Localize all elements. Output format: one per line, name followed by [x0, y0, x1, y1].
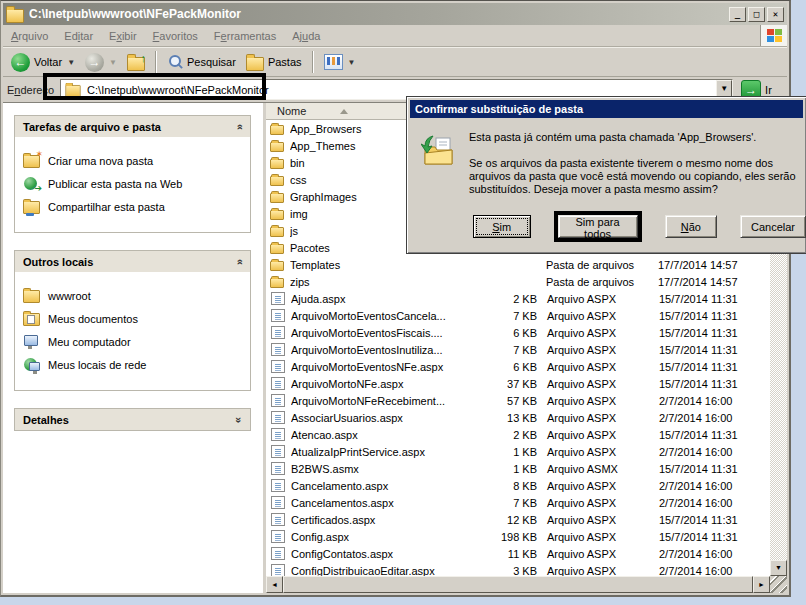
menu-item-editar[interactable]: Editar — [56, 28, 101, 44]
file-type: Arquivo ASPX — [547, 412, 659, 424]
resize-grip-icon[interactable] — [770, 576, 787, 593]
sidebar-item-meu-computador[interactable]: Meu computador — [23, 334, 244, 349]
file-type: Arquivo ASPX — [547, 395, 659, 407]
scroll-right-button[interactable]: ► — [753, 576, 770, 593]
menu-item-exibir[interactable]: Exibir — [101, 28, 145, 44]
file-row[interactable]: ArquivoMortoNFeRecebiment...57 KBArquivo… — [266, 392, 770, 409]
file-row[interactable]: AtualizaIpPrintService.aspx1 KBArquivo A… — [266, 443, 770, 460]
sort-ascending-icon — [340, 109, 348, 114]
folder-icon — [270, 159, 284, 169]
menu-item-ferramentas[interactable]: Ferramentas — [206, 28, 284, 44]
new-folder-icon — [23, 153, 40, 168]
file-row[interactable]: Cancelamento.aspx8 KBArquivo ASPX2/7/201… — [266, 477, 770, 494]
scroll-down-button[interactable]: ▼ — [770, 560, 787, 576]
dialog-button-sim[interactable]: Sim — [473, 215, 531, 238]
sidebar-item-criar-uma-nova-pasta[interactable]: Criar uma nova pasta — [23, 153, 244, 168]
search-icon — [167, 54, 183, 70]
aspx-file-icon — [271, 479, 285, 492]
folder-icon — [23, 288, 40, 303]
sidebar-item-compartilhar-esta-pasta[interactable]: Compartilhar esta pasta — [23, 199, 244, 214]
file-row[interactable]: zipsPasta de arquivos17/7/2014 14:57 — [266, 273, 770, 290]
views-dropdown-icon[interactable]: ▼ — [348, 58, 356, 67]
aspx-file-icon — [271, 462, 285, 475]
search-button[interactable]: Pesquisar — [163, 52, 240, 72]
dialog-line1: Esta pasta já contém uma pasta chamada '… — [469, 131, 803, 144]
file-row[interactable]: ArquivoMortoEventosNFe.aspx6 KBArquivo A… — [266, 358, 770, 375]
horizontal-scroll-thumb[interactable] — [283, 576, 753, 593]
window-titlebar[interactable]: C:\Inetpub\wwwroot\NFePackMonitor _ □ ✕ — [3, 3, 787, 25]
file-row[interactable]: Certificados.aspx12 KBArquivo ASPX15/7/2… — [266, 511, 770, 528]
dialog-button-sim-para-todos[interactable]: Sim para todos — [558, 215, 638, 238]
dialog-message: Esta pasta já contém uma pasta chamada '… — [469, 131, 803, 209]
file-row[interactable]: Ajuda.aspx2 KBArquivo ASPX15/7/2014 11:3… — [266, 290, 770, 307]
horizontal-scrollbar[interactable]: ◄ ► — [266, 576, 770, 593]
panel-header[interactable]: Outros locais » — [15, 251, 250, 272]
file-size: 3 KB — [487, 565, 537, 577]
share-folder-icon — [23, 199, 40, 214]
forward-dropdown-icon[interactable]: ▼ — [109, 58, 117, 67]
chevron-up-icon[interactable]: » — [233, 123, 245, 129]
file-row[interactable]: ArquivoMortoEventosCancela...7 KBArquivo… — [266, 307, 770, 324]
minimize-button[interactable]: _ — [729, 7, 746, 22]
back-dropdown-icon[interactable]: ▼ — [67, 58, 75, 67]
file-name: ArquivoMortoEventosFiscais.... — [291, 327, 487, 339]
sidebar-item-meus-documentos[interactable]: Meus documentos — [23, 311, 244, 326]
file-type: Arquivo ASPX — [547, 344, 659, 356]
file-row[interactable]: TemplatesPasta de arquivos17/7/2014 14:5… — [266, 256, 770, 273]
file-row[interactable]: Config.aspx198 KBArquivo ASPX15/7/2014 1… — [266, 528, 770, 545]
file-row[interactable]: ArquivoMortoNFe.aspx37 KBArquivo ASPX15/… — [266, 375, 770, 392]
file-name: ConfigContatos.aspx — [291, 548, 487, 560]
task-sidebar: Tarefas de arquivo e pasta » Criar uma n… — [3, 103, 266, 593]
dialog-titlebar[interactable]: Confirmar substituição de pasta — [410, 100, 803, 118]
dialog-button-cancelar[interactable]: Cancelar — [740, 215, 806, 238]
file-date: 2/7/2014 16:00 — [659, 412, 770, 424]
file-row[interactable]: Atencao.aspx2 KBArquivo ASPX15/7/2014 11… — [266, 426, 770, 443]
sidebar-item-meus-locais-de-rede[interactable]: Meus locais de rede — [23, 357, 244, 372]
menu-item-arquivo[interactable]: Arquivo — [3, 28, 56, 44]
sidebar-item-wwwroot[interactable]: wwwroot — [23, 288, 244, 303]
panel-header[interactable]: Detalhes » — [15, 409, 250, 430]
views-button[interactable]: ▼ — [320, 52, 360, 72]
panel-title: Outros locais — [23, 256, 93, 268]
file-row[interactable]: Cancelamentos.aspx7 KBArquivo ASPX2/7/20… — [266, 494, 770, 511]
panel-title: Detalhes — [23, 414, 69, 426]
forward-button[interactable]: → ▼ — [81, 51, 121, 74]
dialog-button-na-o[interactable]: Não — [665, 215, 717, 238]
address-dropdown-button[interactable]: ▼ — [716, 80, 732, 97]
file-row[interactable]: ArquivoMortoEventosInutiliza...7 KBArqui… — [266, 341, 770, 358]
menu-item-ajuda[interactable]: Ajuda — [284, 28, 328, 44]
file-type: Arquivo ASPX — [547, 446, 659, 458]
up-button[interactable]: ↑ — [123, 52, 149, 73]
chevron-up-icon[interactable]: » — [233, 258, 245, 264]
file-row[interactable]: ConfigContatos.aspx11 KBArquivo ASPX2/7/… — [266, 545, 770, 562]
menu-bar: ArquivoEditarExibirFavoritosFerramentasA… — [3, 25, 787, 47]
folder-icon — [270, 193, 284, 203]
close-button[interactable]: ✕ — [767, 7, 784, 22]
file-name: Templates — [290, 259, 486, 271]
folder-icon — [270, 244, 284, 254]
file-size: 8 KB — [487, 480, 537, 492]
maximize-button[interactable]: □ — [748, 7, 765, 22]
chevron-down-icon[interactable]: » — [233, 416, 245, 422]
sidebar-item-label: Meus documentos — [48, 313, 138, 325]
panel-header[interactable]: Tarefas de arquivo e pasta » — [15, 116, 250, 137]
file-row[interactable]: B2BWS.asmx1 KBArquivo ASMX15/7/2014 11:3… — [266, 460, 770, 477]
sidebar-item-publicar-esta-pasta-na-web[interactable]: Publicar esta pasta na Web — [23, 176, 244, 191]
confirm-replace-dialog: Confirmar substituição de pasta Esta pas… — [406, 96, 806, 254]
file-size: 1 KB — [487, 463, 537, 475]
back-button[interactable]: ← Voltar ▼ — [7, 51, 79, 74]
folders-button[interactable]: Pastas — [242, 52, 306, 73]
file-row[interactable]: ArquivoMortoEventosFiscais....6 KBArquiv… — [266, 324, 770, 341]
file-type: Arquivo ASPX — [547, 548, 659, 560]
file-row[interactable]: AssociarUsuarios.aspx13 KBArquivo ASPX2/… — [266, 409, 770, 426]
file-type: Arquivo ASPX — [547, 293, 659, 305]
menu-item-favoritos[interactable]: Favoritos — [145, 28, 206, 44]
file-row[interactable]: ConfigDistribuicaoEditar.aspx3 KBArquivo… — [266, 562, 770, 576]
file-type: Arquivo ASPX — [547, 429, 659, 441]
scroll-left-button[interactable]: ◄ — [266, 576, 283, 593]
sidebar-item-label: wwwroot — [48, 290, 91, 302]
file-date: 15/7/2014 11:31 — [659, 429, 770, 441]
sidebar-item-label: Compartilhar esta pasta — [48, 201, 165, 213]
file-type: Arquivo ASPX — [547, 327, 659, 339]
folder-move-icon — [421, 135, 457, 169]
